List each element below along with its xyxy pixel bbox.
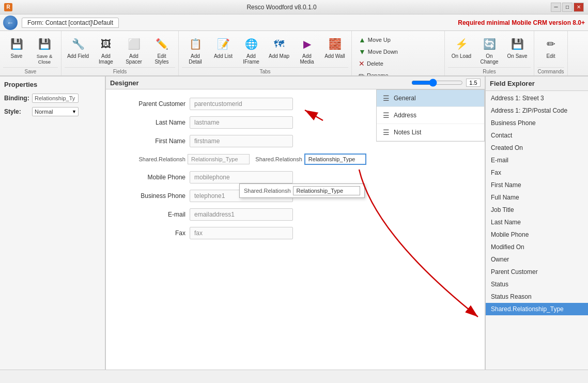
minimize-button[interactable]: ─ [551,3,561,12]
field-item-mobile-phone[interactable]: Mobile Phone [486,228,588,241]
ribbon-group-tabs-buttons: 📋 Add Detail 📝 Add List 🌐 Add IFrame 🗺 A… [182,33,348,67]
add-image-icon: 🖼 [98,36,114,52]
input-last-name[interactable] [190,116,293,129]
floating-input[interactable] [293,186,360,195]
ribbon-group-commands-buttons: ✏ Edit [537,33,564,67]
on-change-icon: 🔄 [481,36,498,52]
on-load-button[interactable]: ⚡ On Load [448,33,475,65]
field-item-first-name[interactable]: First Name [486,179,588,191]
field-item-owner[interactable]: Owner [486,253,588,266]
add-map-button[interactable]: 🗺 Add Map [266,33,292,65]
style-select[interactable]: Normal Bold Italic [32,107,79,116]
tab-notes-list-label: Notes List [394,129,421,136]
add-iframe-button[interactable]: 🌐 Add IFrame [238,33,265,66]
field-item-job-title[interactable]: Job Title [486,204,588,216]
field-item-shared-relationship-type[interactable]: Shared.Relationship_Type [486,303,588,315]
field-item-status-reason[interactable]: Status Reason [486,290,588,303]
designer-header: Designer 1.5 [106,76,485,89]
ribbon-group-rules-buttons: ⚡ On Load 🔄 On Change 💾 On Save [448,33,531,67]
add-image-button[interactable]: 🖼 Add Image [92,33,119,66]
ribbon-group-commands-label: Commands [537,67,564,75]
slider-area: 1.5 [411,79,481,87]
input-parent-customer[interactable] [190,98,293,110]
edit-button[interactable]: ✏ Edit [537,33,564,65]
title-bar: R Resco Woodford v8.0.1.0 ─ □ ✕ [0,0,588,14]
add-map-icon: 🗺 [271,36,287,52]
ribbon-group-commands: ✏ Edit Commands [534,31,568,75]
back-button[interactable]: ← [3,16,18,30]
actions-buttons-container: ▲ Move Up ▼ Move Down ✕ Delete ✏ Rename … [355,33,441,76]
delete-button[interactable]: ✕ Delete [355,58,396,69]
nav-bar: ← Form: Contact [contact]\Default Requir… [0,14,588,31]
tab-general[interactable]: ☰ General [377,90,484,107]
edit-styles-button[interactable]: ✏️ Edit Styles [148,33,175,66]
move-up-button[interactable]: ▲ Move Up [355,34,396,45]
add-detail-button[interactable]: 📋 Add Detail [182,33,209,66]
field-item-created-on[interactable]: Created On [486,142,588,154]
field-item-fax[interactable]: Fax [486,166,588,179]
label-last-name: Last Name [118,119,185,126]
field-item-email[interactable]: E-mail [486,154,588,166]
save-button[interactable]: 💾 Save [3,33,30,65]
tab-notes-list-icon: ☰ [383,128,390,136]
field-explorer: Field Explorer Address 1: Street 3 Addre… [485,76,588,370]
add-spacer-button[interactable]: ⬜ Add Spacer [120,33,147,66]
ribbon: 💾 Save 💾 Save & Close Save 🔧 Add Field 🖼… [0,31,588,76]
form-row-email: E-mail [118,208,472,221]
add-list-button[interactable]: 📝 Add List [210,33,237,65]
ribbon-group-save-label: Save [3,67,58,75]
on-change-button[interactable]: 🔄 On Change [476,33,503,66]
field-item-status[interactable]: Status [486,278,588,290]
tab-address-label: Address [394,112,416,119]
save-close-icon: 💾 [36,36,53,52]
field-item-address1-zip[interactable]: Address 1: ZIP/Postal Code [486,104,588,117]
label-business-phone: Business Phone [118,192,185,200]
rel-input[interactable] [188,154,250,164]
tab-navigator: ☰ General ☰ Address ☰ Notes List [376,89,485,142]
form-row-fax: Fax [118,227,472,239]
add-media-icon: ▶ [299,36,315,52]
style-row: Style: Normal Bold Italic ▼ [4,107,101,116]
field-item-full-name[interactable]: Full Name [486,191,588,204]
floating-relationship-field[interactable]: Shared.Relationsh [239,183,365,198]
move-down-button[interactable]: ▼ Move Down [355,46,401,57]
tab-address[interactable]: ☰ Address [377,107,484,124]
add-field-button[interactable]: 🔧 Add Field [65,33,91,65]
form-row-mobile-phone: Mobile Phone [118,171,472,183]
ribbon-group-rules: ⚡ On Load 🔄 On Change 💾 On Save Rules [445,31,534,75]
field-item-contact[interactable]: Contact [486,129,588,142]
maximize-button[interactable]: □ [562,3,572,12]
rename-button[interactable]: ✏ Rename [355,70,396,76]
save-close-button[interactable]: 💾 Save & Close [31,33,58,66]
add-wall-button[interactable]: 🧱 Add Wall [321,33,348,65]
ribbon-group-save-buttons: 💾 Save 💾 Save & Close [3,33,58,67]
field-item-modified-on[interactable]: Modified On [486,241,588,253]
label-fax: Fax [118,229,185,237]
input-email[interactable] [190,208,293,221]
tab-address-icon: ☰ [383,111,390,119]
add-spacer-icon: ⬜ [126,36,142,52]
field-item-address1-street3[interactable]: Address 1: Street 3 [486,92,588,104]
close-button[interactable]: ✕ [574,3,584,12]
binding-row: Binding: Relationship_Ty [4,94,101,103]
field-item-last-name[interactable]: Last Name [486,216,588,228]
field-item-parent-customer[interactable]: Parent Customer [486,266,588,278]
zoom-slider[interactable] [411,79,463,87]
field-item-business-phone[interactable]: Business Phone [486,117,588,129]
input-mobile-phone[interactable] [190,171,293,183]
ribbon-group-save: 💾 Save 💾 Save & Close Save [0,31,61,75]
add-media-button[interactable]: ▶ Add Media [293,33,320,66]
rel-input-selected[interactable] [304,154,366,165]
ribbon-group-rules-label: Rules [448,67,531,75]
tab-general-icon: ☰ [383,94,390,102]
add-iframe-icon: 🌐 [243,36,259,52]
required-notice: Required minimal Mobile CRM version 8.0+ [458,19,585,26]
input-first-name[interactable] [190,135,293,147]
breadcrumb[interactable]: Form: Contact [contact]\Default [22,18,119,28]
ribbon-group-fields-label: Fields [65,67,175,75]
window-title: Resco Woodford v8.0.1.0 [12,4,551,11]
input-fax[interactable] [190,227,293,239]
on-save-button[interactable]: 💾 On Save [504,33,531,65]
field-explorer-list: Address 1: Street 3 Address 1: ZIP/Posta… [486,91,588,370]
tab-notes-list[interactable]: ☰ Notes List [377,124,484,141]
